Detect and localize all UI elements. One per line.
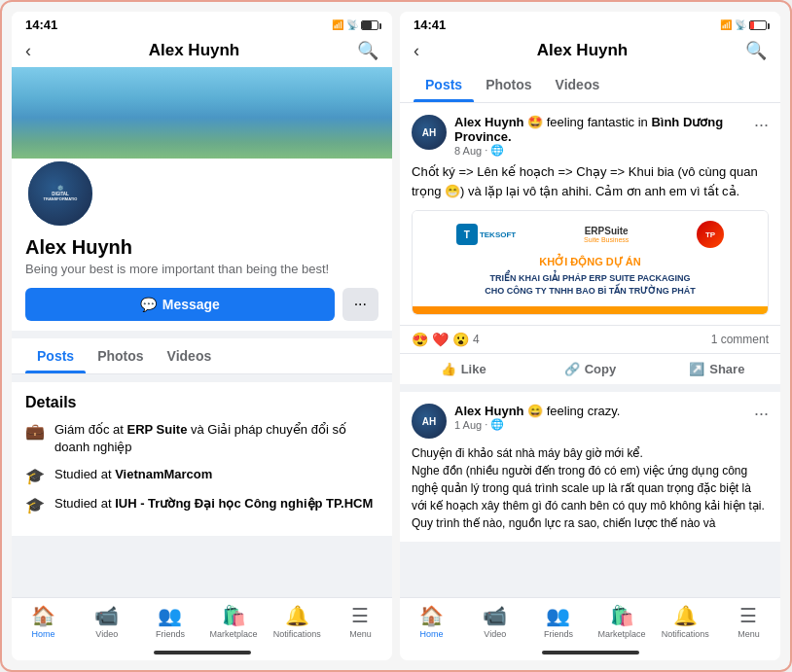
right-battery-icon xyxy=(749,20,767,30)
share-button[interactable]: ↗️ Share xyxy=(654,354,780,384)
right-nav-bar: ‹ Alex Huynh 🔍 xyxy=(400,34,780,67)
details-section: Details 💼 Giám đốc at ERP Suite và Giải … xyxy=(12,382,392,536)
reaction-count: 4 xyxy=(473,333,480,346)
wow-emoji: 😮 xyxy=(452,332,469,347)
right-nav-menu[interactable]: ☰ Menu xyxy=(717,604,780,639)
left-home-bar xyxy=(154,651,251,654)
post-1-actions: 👍 Like 🔗 Copy ↗️ Share xyxy=(400,353,780,384)
copy-icon: 🔗 xyxy=(564,362,580,376)
marketplace-label: Marketplace xyxy=(210,629,258,639)
detail-school1: 🎓 Studied at VietnamMarcom xyxy=(25,466,378,485)
left-home-indicator xyxy=(12,647,392,660)
right-home-label: Home xyxy=(420,629,444,639)
left-nav-video[interactable]: 📹 Video xyxy=(75,604,138,639)
right-time: 14:41 xyxy=(414,18,446,32)
message-button[interactable]: 💬 Message xyxy=(25,288,335,321)
post-1-avatar[interactable]: AH xyxy=(412,115,447,150)
tab-videos[interactable]: Videos xyxy=(156,338,224,373)
right-search-icon[interactable]: 🔍 xyxy=(745,40,767,61)
more-button[interactable]: ··· xyxy=(342,288,378,321)
post-2-header: AH Alex Huynh 😄 feeling crazy. 1 Aug · 🌐… xyxy=(400,392,780,444)
right-tab-videos[interactable]: Videos xyxy=(544,67,612,102)
post-1-more-button[interactable]: ··· xyxy=(754,115,769,135)
digital-transform-badge: ⚙️ DIGITAL TRANSFORMATIO xyxy=(28,161,92,226)
erp-subtext: TRIỂN KHAI GIẢI PHÁP ERP SUITE PACKAGING… xyxy=(422,272,758,297)
right-home-indicator xyxy=(400,647,780,660)
right-nav-home[interactable]: 🏠 Home xyxy=(400,604,463,639)
marketplace-icon: 🛍️ xyxy=(222,604,246,627)
comment-count[interactable]: 1 comment xyxy=(711,333,769,346)
right-home-icon: 🏠 xyxy=(419,604,444,627)
right-signal-icon: 📶 xyxy=(720,19,732,30)
post-1-feeling: 🤩 feeling fantastic in Bình Dương Provin… xyxy=(454,115,723,144)
third-logo: TP xyxy=(697,221,724,248)
teksoft-box: T xyxy=(456,224,478,245)
left-time: 14:41 xyxy=(25,18,57,32)
right-nav-marketplace[interactable]: 🛍️ Marketplace xyxy=(591,604,654,639)
right-tab-posts[interactable]: Posts xyxy=(414,67,474,102)
left-nav-home[interactable]: 🏠 Home xyxy=(12,604,75,639)
tab-photos[interactable]: Photos xyxy=(86,338,155,373)
video-label: Video xyxy=(95,629,118,639)
right-notifications-icon: 🔔 xyxy=(673,604,698,627)
left-bottom-nav: 🏠 Home 📹 Video 👥 Friends 🛍️ Marketplace … xyxy=(12,597,392,647)
right-status-bar: 14:41 📶 📡 xyxy=(400,12,780,34)
right-nav-friends[interactable]: 👥 Friends xyxy=(526,604,590,639)
post-1-header: AH Alex Huynh 🤩 feeling fantastic in Bìn… xyxy=(400,103,780,162)
menu-label: Menu xyxy=(349,629,372,639)
left-nav-notifications[interactable]: 🔔 Notifications xyxy=(266,604,329,639)
left-phone: 14:41 📶 📡 ‹ Alex Huynh 🔍 xyxy=(12,12,392,660)
profile-name: Alex Huynh xyxy=(25,236,378,259)
avatar[interactable]: ⚙️ DIGITAL TRANSFORMATIO xyxy=(25,159,95,229)
back-button[interactable]: ‹ xyxy=(25,41,31,61)
post-2-author: Alex Huynh 😄 feeling crazy. xyxy=(454,404,746,418)
heart-emoji: ❤️ xyxy=(432,332,449,347)
left-profile-content: ⚙️ DIGITAL TRANSFORMATIO Alex Huynh Bein… xyxy=(12,67,392,597)
like-button[interactable]: 👍 Like xyxy=(400,354,526,384)
search-icon[interactable]: 🔍 xyxy=(357,40,378,61)
right-phone: 14:41 📶 📡 ‹ Alex Huynh 🔍 Posts Photos Vi… xyxy=(400,12,780,660)
profile-name-section: Alex Huynh Being your best is more impor… xyxy=(25,236,378,276)
right-tab-photos[interactable]: Photos xyxy=(474,67,543,102)
post-2-more-button[interactable]: ··· xyxy=(754,404,769,424)
post-2-date: 1 Aug · 🌐 xyxy=(454,418,746,431)
copy-button[interactable]: 🔗 Copy xyxy=(526,354,653,384)
menu-icon: ☰ xyxy=(351,604,369,627)
detail-job: 💼 Giám đốc at ERP Suite và Giải pháp chu… xyxy=(25,421,378,456)
right-nav-video[interactable]: 📹 Video xyxy=(463,604,526,639)
post-1-date: 8 Aug · 🌐 xyxy=(454,144,746,157)
left-status-bar: 14:41 📶 📡 xyxy=(12,12,392,34)
job-icon: 💼 xyxy=(25,422,45,441)
left-status-icons: 📶 📡 xyxy=(332,19,378,30)
friends-icon: 👥 xyxy=(158,604,182,627)
post-1-reactions: 😍 ❤️ 😮 4 1 comment xyxy=(400,325,780,353)
left-nav-marketplace[interactable]: 🛍️ Marketplace xyxy=(202,604,266,639)
post-card-1: AH Alex Huynh 🤩 feeling fantastic in Bìn… xyxy=(400,103,780,384)
right-back-button[interactable]: ‹ xyxy=(414,41,419,61)
left-nav-title: Alex Huynh xyxy=(149,41,240,60)
detail-job-text: Giám đốc at ERP Suite và Giải pháp chuyể… xyxy=(54,421,378,456)
detail-school1-text: Studied at VietnamMarcom xyxy=(54,466,212,483)
left-nav-bar: ‹ Alex Huynh 🔍 xyxy=(12,34,392,67)
right-menu-icon: ☰ xyxy=(739,604,757,627)
detail-school2: 🎓 Studied at IUH - Trường Đại học Công n… xyxy=(25,495,378,514)
tab-posts[interactable]: Posts xyxy=(25,338,86,373)
profile-bio: Being your best is more important than b… xyxy=(25,262,378,276)
friends-label: Friends xyxy=(156,629,185,639)
right-notifications-label: Notifications xyxy=(662,629,709,639)
left-nav-menu[interactable]: ☰ Menu xyxy=(329,604,392,639)
battery-icon xyxy=(361,20,378,30)
right-home-bar xyxy=(542,651,639,654)
share-icon: ↗️ xyxy=(689,362,704,376)
erp-orange-bar xyxy=(413,306,768,314)
post-1-body: Chốt ký => Lên kế hoạch => Chạy => Khui … xyxy=(400,162,780,210)
home-label: Home xyxy=(32,629,55,639)
notifications-label: Notifications xyxy=(273,629,321,639)
right-video-icon: 📹 xyxy=(483,604,507,627)
right-marketplace-label: Marketplace xyxy=(598,629,646,639)
teksoft-logo: T TEKSOFT xyxy=(456,224,516,245)
post-2-body: Chuyện đi khảo sát nhà máy bây giờ mới k… xyxy=(400,444,780,542)
right-nav-notifications[interactable]: 🔔 Notifications xyxy=(654,604,717,639)
post-2-avatar[interactable]: AH xyxy=(412,404,447,439)
left-nav-friends[interactable]: 👥 Friends xyxy=(138,604,201,639)
